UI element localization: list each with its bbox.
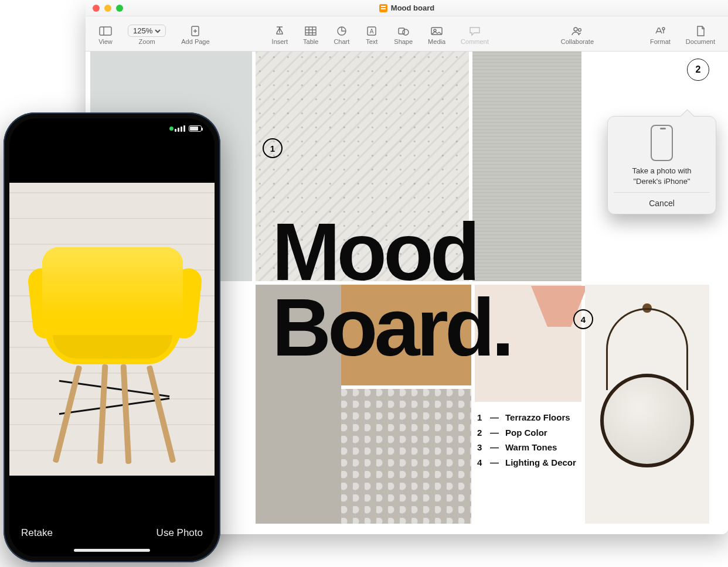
legend-label: Lighting & Decor — [505, 455, 576, 470]
table-label: Table — [303, 38, 318, 45]
hanging-mirror-icon — [600, 303, 694, 491]
minimize-window-button[interactable] — [104, 5, 111, 12]
image-tile-fur-rug[interactable] — [341, 389, 471, 524]
camera-in-use-indicator-icon — [169, 127, 174, 131]
home-indicator[interactable] — [74, 549, 150, 552]
format-button[interactable]: Format — [645, 24, 675, 46]
pages-doc-icon — [379, 4, 387, 12]
svg-rect-5 — [305, 27, 316, 35]
window-controls — [93, 5, 123, 12]
yellow-chair-subject — [27, 247, 203, 470]
media-button[interactable]: Media — [423, 24, 450, 46]
popover-cancel-button[interactable]: Cancel — [614, 192, 710, 214]
window-title: Mood board — [123, 4, 690, 12]
insert-label: Insert — [272, 38, 288, 45]
heading-line1: Mood — [272, 214, 511, 290]
document-button[interactable]: Document — [681, 24, 720, 46]
media-label: Media — [428, 38, 445, 45]
shape-label: Shape — [394, 38, 413, 45]
zoom-label: Zoom — [139, 38, 155, 45]
svg-point-14 — [403, 29, 409, 35]
legend-row: 3—Warm Tones — [477, 440, 576, 455]
insert-button[interactable]: Insert — [267, 24, 293, 46]
legend-row: 2—Pop Color — [477, 425, 576, 440]
toolbar: View 125% Zoom Add Page Insert Table Cha… — [86, 16, 728, 52]
comment-button: Comment — [456, 24, 494, 46]
chevron-down-icon — [155, 28, 161, 34]
svg-point-18 — [578, 28, 581, 31]
chart-label: Chart — [334, 38, 349, 45]
camera-confirm-bar: Retake Use Photo — [9, 481, 215, 556]
callout-4[interactable]: 4 — [573, 309, 593, 329]
heading-line2: Board. — [272, 290, 511, 366]
view-label: View — [98, 38, 113, 45]
zoom-window-button[interactable] — [116, 5, 123, 12]
iphone-device: Retake Use Photo — [4, 112, 220, 562]
collaborate-label: Collaborate — [561, 38, 594, 45]
legend-row: 1—Terrazzo Floors — [477, 410, 576, 425]
view-button[interactable]: View — [94, 24, 117, 46]
retake-button[interactable]: Retake — [21, 527, 53, 539]
add-page-button[interactable]: Add Page — [176, 24, 214, 46]
legend-label: Pop Color — [505, 425, 547, 440]
svg-rect-0 — [100, 27, 111, 35]
legend-row: 4—Lighting & Decor — [477, 455, 576, 470]
iphone-outline-icon — [651, 125, 673, 161]
cellular-icon — [175, 125, 185, 132]
text-button[interactable]: A Text — [360, 24, 383, 46]
zoom-value-pill[interactable]: 125% — [128, 25, 166, 37]
callout-1[interactable]: 1 — [263, 138, 283, 158]
svg-point-19 — [662, 28, 665, 30]
window-title-text: Mood board — [391, 4, 434, 12]
legend-label: Terrazzo Floors — [505, 410, 570, 425]
table-button[interactable]: Table — [298, 24, 323, 46]
chart-button[interactable]: Chart — [329, 24, 354, 46]
battery-icon — [189, 125, 202, 132]
format-label: Format — [650, 38, 671, 45]
add-page-label: Add Page — [181, 38, 209, 45]
dynamic-island — [80, 124, 144, 141]
svg-rect-13 — [399, 28, 404, 34]
legend-label: Warm Tones — [505, 440, 557, 455]
pendant-lamp-icon — [508, 286, 578, 350]
popover-text: Take a photo with "Derek's iPhone" — [614, 166, 710, 192]
text-label: Text — [366, 38, 377, 45]
titlebar: Mood board — [86, 0, 728, 16]
zoom-value: 125% — [133, 26, 152, 35]
zoom-button[interactable]: 125% Zoom — [123, 23, 171, 46]
document-label: Document — [686, 38, 715, 45]
collaborate-button[interactable]: Collaborate — [556, 24, 598, 46]
svg-text:A: A — [370, 28, 374, 35]
svg-point-17 — [574, 28, 577, 31]
comment-label: Comment — [461, 38, 489, 45]
page-number-badge: 2 — [687, 59, 709, 81]
legend: 1—Terrazzo Floors 2—Pop Color 3—Warm Ton… — [477, 410, 576, 470]
page-heading[interactable]: Mood Board. — [272, 214, 511, 366]
continuity-camera-popover: Take a photo with "Derek's iPhone" Cance… — [607, 116, 716, 214]
camera-preview[interactable] — [9, 183, 215, 476]
shape-button[interactable]: Shape — [389, 24, 417, 46]
use-photo-button[interactable]: Use Photo — [157, 527, 203, 539]
close-window-button[interactable] — [93, 5, 100, 12]
